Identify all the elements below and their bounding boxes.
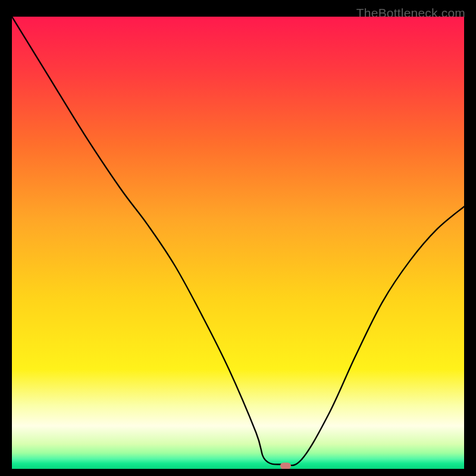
optimum-marker [280, 462, 291, 469]
bottleneck-curve [12, 17, 464, 469]
plot-area [12, 17, 464, 469]
chart-frame: TheBottleneck.com [0, 8, 476, 476]
